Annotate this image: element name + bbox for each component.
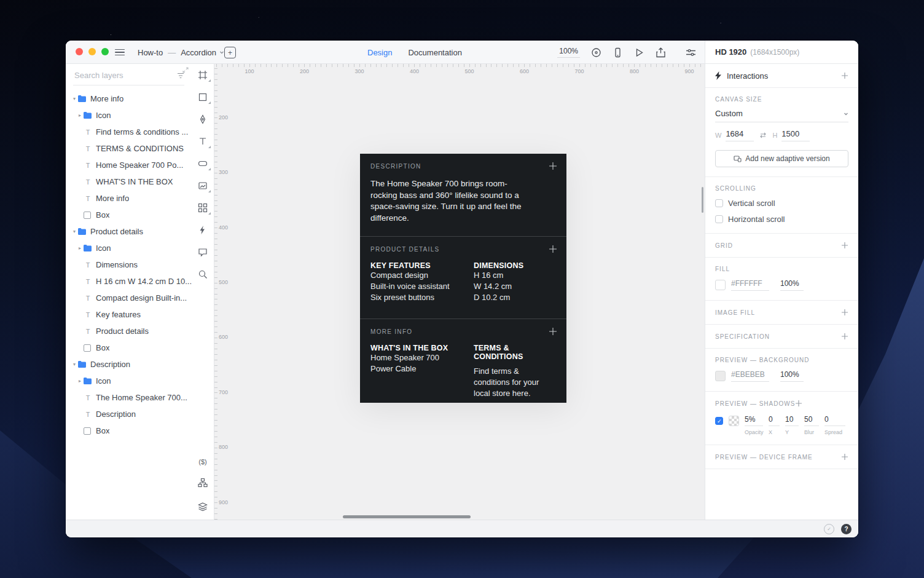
hamburger-menu-icon[interactable]	[115, 47, 125, 57]
chevron-down-icon[interactable]: ▾	[71, 229, 78, 234]
dimension-item: H 16 cm	[474, 270, 556, 281]
accordion-component[interactable]: DESCRIPTION The Home Speaker 700 brings …	[360, 154, 566, 403]
code-snippet-tool[interactable]: ($)	[198, 458, 206, 465]
image-tool[interactable]	[198, 181, 208, 191]
width-input[interactable]	[726, 129, 754, 141]
accordion-section-more-info[interactable]: MORE INFO WHAT'S IN THE BOX Home Speaker…	[360, 319, 566, 403]
shadow-x-input[interactable]: 0	[769, 415, 780, 426]
zoom-tool[interactable]	[198, 269, 208, 279]
layer-row-folder[interactable]: ▾ More info	[66, 90, 192, 107]
layer-row-box[interactable]: Box	[66, 422, 192, 439]
validation-check-icon[interactable]: ✓	[824, 524, 834, 534]
background-color-swatch[interactable]	[715, 371, 726, 381]
add-grid-button[interactable]	[841, 242, 848, 249]
comment-tool[interactable]	[198, 247, 208, 257]
layer-row-folder[interactable]: ▾ Description	[66, 356, 192, 373]
layer-row-box[interactable]: Box	[66, 339, 192, 356]
accordion-section-product-details[interactable]: PRODUCT DETAILS KEY FEATURES Compact des…	[360, 236, 566, 319]
layer-row-text[interactable]: T Product details	[66, 323, 192, 339]
rectangle-tool[interactable]	[198, 92, 208, 102]
chevron-right-icon[interactable]: ▸	[76, 113, 84, 118]
height-input[interactable]	[781, 129, 810, 141]
background-opacity-input[interactable]	[780, 370, 804, 382]
accordion-section-description[interactable]: DESCRIPTION The Home Speaker 700 brings …	[360, 154, 566, 236]
play-icon[interactable]	[633, 47, 644, 58]
interaction-tool[interactable]	[198, 225, 208, 235]
expand-panel-icon[interactable]	[182, 67, 189, 73]
swap-dimensions-icon[interactable]	[759, 132, 767, 138]
background-hex-input[interactable]	[731, 370, 769, 382]
layer-row-text[interactable]: T WHAT'S IN THE BOX	[66, 173, 192, 190]
shadow-spread-input[interactable]: 0	[824, 415, 845, 426]
plus-icon[interactable]	[549, 245, 557, 256]
shadow-blur-input[interactable]: 50	[804, 415, 819, 426]
sitemap-tool[interactable]	[198, 478, 208, 490]
horizontal-scrollbar[interactable]	[343, 515, 471, 518]
fill-color-swatch[interactable]	[715, 280, 726, 290]
maximize-button[interactable]	[101, 48, 109, 55]
plus-icon[interactable]	[549, 327, 557, 338]
shadow-enabled-checkbox[interactable]	[715, 417, 723, 425]
text-tool[interactable]	[198, 137, 208, 146]
minimize-button[interactable]	[88, 48, 96, 55]
search-input[interactable]	[73, 70, 177, 81]
layer-row-text[interactable]: T More info	[66, 190, 192, 207]
chevron-down-icon[interactable]: ▾	[71, 362, 78, 367]
zoom-control[interactable]: 100%	[557, 47, 580, 58]
layer-row-folder[interactable]: ▾ Product details	[66, 223, 192, 240]
add-adaptive-version-button[interactable]: Add new adaptive version	[715, 150, 848, 167]
settings-sliders-icon[interactable]	[685, 47, 696, 58]
interactions-row[interactable]: Interactions	[705, 64, 858, 88]
add-frame-button[interactable]: +	[224, 47, 236, 58]
checkbox-unchecked[interactable]	[715, 215, 723, 223]
add-device-frame-button[interactable]	[841, 453, 848, 461]
layer-row-text[interactable]: T The Home Speaker 700...	[66, 389, 192, 406]
add-shadow-button[interactable]	[795, 400, 802, 407]
add-interaction-button[interactable]	[841, 72, 848, 79]
add-image-fill-button[interactable]	[841, 309, 848, 316]
layer-row-text[interactable]: T Home Speaker 700 Po...	[66, 157, 192, 173]
fill-opacity-input[interactable]	[780, 279, 804, 291]
layer-row-folder[interactable]: ▸ Icon	[66, 107, 192, 124]
layer-row-text[interactable]: T Find terms & conditions ...	[66, 124, 192, 140]
section-label: SCROLLING	[715, 185, 848, 192]
chevron-right-icon[interactable]: ▸	[76, 245, 84, 251]
layer-row-text[interactable]: T TERMS & CONDITIONS	[66, 140, 192, 157]
checkbox-unchecked[interactable]	[715, 199, 723, 207]
close-button[interactable]	[76, 48, 83, 55]
plus-icon[interactable]	[549, 162, 557, 173]
chevron-right-icon[interactable]: ▸	[76, 378, 84, 384]
layer-row-folder[interactable]: ▸ Icon	[66, 240, 192, 256]
component-tool[interactable]	[198, 203, 208, 213]
layer-label: Product details	[96, 327, 149, 336]
share-icon[interactable]	[655, 47, 666, 58]
page-selector[interactable]: Accordion	[181, 48, 224, 57]
mirror-icon[interactable]	[590, 47, 601, 58]
fill-hex-input[interactable]	[731, 279, 769, 291]
layer-row-text[interactable]: T H 16 cm W 14.2 cm D 10...	[66, 273, 192, 290]
layer-row-folder[interactable]: ▸ Icon	[66, 373, 192, 389]
shadow-y-input[interactable]: 10	[785, 415, 799, 426]
vertical-scrollbar[interactable]	[702, 187, 703, 213]
canvas[interactable]: 100 200 300 400 500 600 700 800 900 200 …	[214, 64, 705, 520]
artboard-tool[interactable]	[198, 70, 208, 80]
help-button[interactable]: ?	[841, 524, 852, 534]
tab-documentation[interactable]: Documentation	[408, 48, 461, 57]
layer-row-box[interactable]: Box	[66, 207, 192, 223]
layers-tool[interactable]	[198, 502, 208, 513]
layer-row-text[interactable]: T Key features	[66, 306, 192, 323]
vertical-scroll-option[interactable]: Vertical scroll	[715, 199, 848, 208]
layer-row-text[interactable]: T Description	[66, 406, 192, 422]
layer-row-text[interactable]: T Compact design Built-in...	[66, 290, 192, 306]
shadow-opacity-input[interactable]: 5%	[745, 415, 763, 426]
button-tool[interactable]	[198, 159, 208, 168]
canvas-size-select[interactable]: Custom	[715, 109, 848, 122]
device-preview-icon[interactable]	[612, 47, 623, 58]
add-specification-button[interactable]	[841, 333, 848, 340]
shadow-color-swatch[interactable]	[729, 416, 739, 426]
chevron-down-icon[interactable]: ▾	[71, 96, 78, 101]
horizontal-scroll-option[interactable]: Horizontal scroll	[715, 215, 848, 224]
layer-row-text[interactable]: T Dimensions	[66, 256, 192, 273]
tab-design[interactable]: Design	[367, 48, 392, 57]
pen-tool[interactable]	[198, 114, 208, 124]
